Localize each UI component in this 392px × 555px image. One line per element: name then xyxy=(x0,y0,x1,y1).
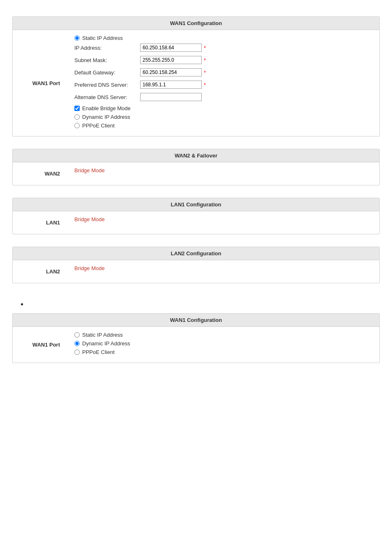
wan1-port-content-1: Static IP Address IP Address: * Subnet M… xyxy=(66,30,379,136)
wan1-port-label-2: WAN1 Port xyxy=(13,327,66,363)
lan2-config-body: LAN2 Bridge Mode xyxy=(13,260,379,283)
dynamic-ip-row-1: Dynamic IP Address xyxy=(74,114,371,120)
dynamic-ip-radio-2[interactable] xyxy=(74,341,80,346)
wan1-port-content-2: Static IP Address Dynamic IP Address PPP… xyxy=(66,327,379,363)
pppoe-row-2: PPPoE Client xyxy=(74,349,371,355)
wan1-config-body-2: WAN1 Port Static IP Address Dynamic IP A… xyxy=(13,327,379,363)
default-gateway-label: Default Gateway: xyxy=(74,69,140,76)
wan2-content: Bridge Mode xyxy=(66,162,379,185)
lan2-config-title: LAN2 Configuration xyxy=(13,247,379,260)
lan1-config-title: LAN1 Configuration xyxy=(13,198,379,211)
preferred-dns-label: Preferred DNS Server: xyxy=(74,82,140,88)
lan1-bridge-mode-link[interactable]: Bridge Mode xyxy=(74,216,105,222)
default-gateway-row: Default Gateway: * xyxy=(74,68,371,76)
subnet-mask-input[interactable] xyxy=(140,56,202,64)
pppoe-label-2: PPPoE Client xyxy=(82,349,115,355)
lan1-config-section: LAN1 Configuration LAN1 Bridge Mode xyxy=(12,198,380,234)
static-ip-label-1: Static IP Address xyxy=(82,35,123,41)
default-gateway-required: * xyxy=(204,69,206,76)
subnet-mask-required: * xyxy=(204,57,206,63)
wan2-failover-body: WAN2 Bridge Mode xyxy=(13,162,379,185)
alternate-dns-label: Alternate DNS Server: xyxy=(74,94,140,100)
wan2-bridge-mode-link[interactable]: Bridge Mode xyxy=(74,167,105,173)
bullet-dot: • xyxy=(21,300,23,309)
ip-address-row: IP Address: * xyxy=(74,44,371,52)
lan1-config-body: LAN1 Bridge Mode xyxy=(13,211,379,234)
ip-address-required: * xyxy=(204,45,206,51)
wan1-config-title-2: WAN1 Configuration xyxy=(13,314,379,327)
wan1-config-title-1: WAN1 Configuration xyxy=(13,17,379,30)
dynamic-ip-label-2: Dynamic IP Address xyxy=(82,340,130,347)
wan2-label: WAN2 xyxy=(13,162,66,185)
ip-address-label: IP Address: xyxy=(74,45,140,51)
static-ip-row-1: Static IP Address xyxy=(74,35,371,41)
dynamic-ip-row-2: Dynamic IP Address xyxy=(74,340,371,347)
lan2-label: LAN2 xyxy=(13,260,66,283)
static-ip-radio-2[interactable] xyxy=(74,332,80,338)
static-ip-radio-1[interactable] xyxy=(74,35,80,41)
alternate-dns-input[interactable] xyxy=(140,93,202,101)
preferred-dns-input[interactable] xyxy=(140,81,202,89)
default-gateway-input[interactable] xyxy=(140,68,202,76)
lan1-content: Bridge Mode xyxy=(66,211,379,234)
lan2-content: Bridge Mode xyxy=(66,260,379,283)
wan2-failover-section: WAN2 & Failover WAN2 Bridge Mode xyxy=(12,149,380,185)
alternate-dns-row: Alternate DNS Server: xyxy=(74,93,371,101)
wan1-port-label-1: WAN1 Port xyxy=(13,30,66,136)
wan1-config-section-2: WAN1 Configuration WAN1 Port Static IP A… xyxy=(12,313,380,363)
bridge-mode-checkbox-row: Enable Bridge Mode xyxy=(74,105,371,111)
lan1-label: LAN1 xyxy=(13,211,66,234)
bridge-mode-label: Enable Bridge Mode xyxy=(82,105,131,111)
pppoe-radio-2[interactable] xyxy=(74,349,80,355)
dynamic-ip-label-1: Dynamic IP Address xyxy=(82,114,130,120)
static-ip-label-2: Static IP Address xyxy=(82,332,123,338)
preferred-dns-row: Preferred DNS Server: * xyxy=(74,81,371,89)
static-ip-row-2: Static IP Address xyxy=(74,332,371,338)
subnet-mask-row: Subnet Mask: * xyxy=(74,56,371,64)
bullet-point: • xyxy=(12,296,380,313)
bridge-mode-checkbox[interactable] xyxy=(74,106,80,111)
pppoe-row-1: PPPoE Client xyxy=(74,123,371,129)
ip-address-input[interactable] xyxy=(140,44,202,52)
wan1-config-body-1: WAN1 Port Static IP Address IP Address: … xyxy=(13,30,379,136)
preferred-dns-required: * xyxy=(204,82,206,88)
lan2-bridge-mode-link[interactable]: Bridge Mode xyxy=(74,265,105,271)
subnet-mask-label: Subnet Mask: xyxy=(74,57,140,63)
dynamic-ip-radio-1[interactable] xyxy=(74,114,80,120)
pppoe-radio-1[interactable] xyxy=(74,123,80,128)
wan1-config-section-1: WAN1 Configuration WAN1 Port Static IP A… xyxy=(12,16,380,136)
pppoe-label-1: PPPoE Client xyxy=(82,123,115,129)
wan2-failover-title: WAN2 & Failover xyxy=(13,149,379,162)
lan2-config-section: LAN2 Configuration LAN2 Bridge Mode xyxy=(12,247,380,283)
